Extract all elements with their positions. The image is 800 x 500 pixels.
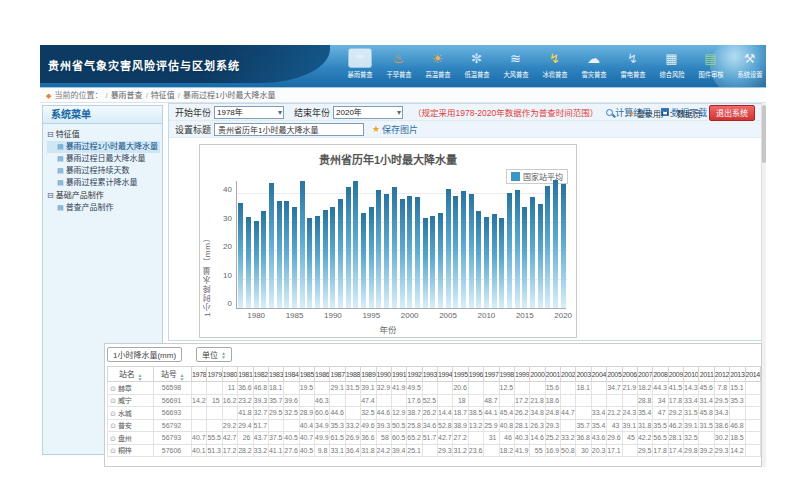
toolbar-item-drought[interactable]: ♨干旱普查 (379, 48, 418, 86)
column-header-year: 1991 (391, 367, 406, 382)
value-cell: 26.9 (345, 432, 360, 445)
chart-title-input[interactable] (214, 123, 364, 136)
end-year-select[interactable]: 2020年 (333, 106, 403, 119)
toolbar-item-lightning[interactable]: ↯雷电普查 (613, 48, 652, 86)
value-cell (207, 419, 222, 432)
value-cell: 40.3 (514, 432, 529, 445)
folder-icon: ⊟ (47, 130, 54, 139)
column-header-year: 1995 (453, 367, 468, 382)
breadcrumb-item[interactable]: 暴雨普查 (111, 91, 143, 100)
value-cell: 17.8 (653, 444, 668, 457)
breadcrumb-item[interactable]: 暴雨过程1小时最大降水量 (183, 91, 275, 100)
radio-icon[interactable]: ⊙ (110, 422, 116, 429)
value-cell: 9.8 (315, 444, 330, 457)
value-cell: 37.5 (268, 432, 283, 445)
x-axis-label: 年份 (200, 323, 576, 335)
radio-icon[interactable]: ⊙ (110, 410, 116, 417)
tree-item[interactable]: ▤暴雨过程1小时最大降水量 (47, 141, 160, 153)
scrollbar-thumb[interactable] (762, 105, 766, 163)
toolbar-item-composite-risk[interactable]: ▦综合风险 (652, 48, 691, 86)
value-cell: 15 (207, 394, 222, 407)
tree-item[interactable]: ▤暴雨过程累计降水量 (47, 177, 160, 189)
value-cell: 41.8 (238, 407, 253, 420)
user-bar: ✦ 登录用户：数据员 退出系统 (628, 106, 755, 120)
tree-group-基础产品制作[interactable]: ⊟基础产品制作 (47, 189, 160, 202)
tree-item[interactable]: ▤普查产品制作 (47, 202, 160, 214)
bar-1997 (384, 194, 389, 308)
value-cell: 58 (376, 432, 391, 445)
value-cell: 34.6 (422, 419, 437, 432)
value-cell: 34.7 (607, 382, 622, 395)
value-cell: 39.4 (391, 444, 406, 457)
toolbar-item-label: 暴雨普查 (347, 70, 372, 79)
y-tick-label: 10 (223, 271, 232, 280)
value-cell (561, 419, 576, 432)
radio-icon[interactable]: ⊙ (110, 385, 116, 392)
start-year-select[interactable]: 1978年 (214, 106, 284, 119)
toolbar-item-snow-disaster[interactable]: ☁雪灾普查 (574, 48, 613, 86)
toolbar-item-rainstorm[interactable]: ☂暴雨普查 (340, 48, 379, 86)
value-cell: 29.5 (637, 444, 652, 457)
tree-item[interactable]: ▤暴雨过程持续天数 (47, 165, 160, 177)
value-cell: 18 (453, 394, 468, 407)
value-cell: 25.8 (407, 419, 422, 432)
table-row: ⊙威宁5669114.21516.223.239.335.739.646.347… (108, 394, 761, 407)
toolbar-item-map-review[interactable]: ▤图件审核 (691, 48, 730, 86)
station-name-cell: ⊙赫章 (108, 382, 154, 395)
logout-button[interactable]: 退出系统 (709, 105, 755, 121)
save-image-button[interactable]: ★保存图片 (372, 123, 418, 136)
value-cell: 18.1 (268, 382, 283, 395)
chart-title: 贵州省历年1小时最大降水量 (200, 151, 576, 167)
radio-icon[interactable]: ⊙ (110, 397, 116, 404)
table-row: ⊙水城5669341.832.729.532.528.960.644.632.5… (108, 407, 761, 420)
column-header-station-id[interactable]: 站号▲▼ (154, 367, 192, 382)
column-header-year: 2011 (699, 367, 714, 382)
value-cell: 41.9 (514, 444, 529, 457)
value-cell (591, 382, 606, 395)
column-header-year: 1996 (468, 367, 483, 382)
value-cell (284, 419, 299, 432)
radio-icon[interactable]: ⊙ (110, 435, 116, 442)
radio-icon[interactable]: ⊙ (110, 447, 116, 454)
toolbar-item-gale[interactable]: ≋大风普查 (496, 48, 535, 86)
sidebar-title: 系统菜单 (43, 106, 162, 124)
value-cell: 17.2 (514, 394, 529, 407)
toolbar-item-system-settings[interactable]: ⚒系统设置 (730, 48, 766, 86)
value-cell: 24.2 (376, 444, 391, 457)
sort-arrows-icon[interactable]: ▲▼ (137, 373, 142, 381)
bar-2008 (469, 194, 474, 308)
value-cell: 20.6 (453, 382, 468, 395)
value-cell: 14.3 (684, 382, 699, 395)
toolbar-item-low-temperature[interactable]: ✼低温普查 (457, 48, 496, 86)
value-cell: 13.2 (468, 419, 483, 432)
value-cell: 25.2 (545, 432, 560, 445)
value-cell: 40.8 (499, 419, 514, 432)
y-axis-label: 1小时降水量（mm） (202, 233, 213, 317)
value-cell: 65.2 (407, 432, 422, 445)
value-cell: 17.6 (407, 394, 422, 407)
value-cell: 61.5 (330, 432, 345, 445)
value-cell: 44.3 (653, 382, 668, 395)
bar-2003 (430, 216, 435, 308)
value-cell: 42.2 (637, 432, 652, 445)
value-cell: 17.2 (222, 444, 237, 457)
chart-card: 贵州省历年1小时最大降水量 国家站平均 1小时降水量（mm） 010203040… (199, 144, 577, 338)
column-header-year: 1998 (499, 367, 514, 382)
gale-icon: ≋ (504, 48, 528, 68)
bar-1980 (254, 221, 259, 308)
column-header-year: 2000 (530, 367, 545, 382)
value-cell: 32.5 (361, 407, 376, 420)
sort-arrows-icon[interactable]: ▲▼ (179, 373, 184, 381)
breadcrumb-item[interactable]: 特征值 (151, 91, 175, 100)
toolbar-item-hail[interactable]: ↯冰雹普查 (535, 48, 574, 86)
tree-group-特征值[interactable]: ⊟特征值 (47, 128, 160, 141)
value-cell: 28.1 (514, 419, 529, 432)
tree-item[interactable]: ▤暴雨过程日最大降水量 (47, 153, 160, 165)
unit-filter[interactable]: 单位▲▼ (196, 347, 232, 362)
value-cell (438, 394, 453, 407)
column-header-station-name[interactable]: 站名▲▼ (108, 367, 154, 382)
column-header-year: 1990 (376, 367, 391, 382)
value-type-filter[interactable]: 1小时降水量(mm) (107, 347, 182, 362)
value-cell: 28.1 (668, 432, 683, 445)
toolbar-item-high-temperature[interactable]: ☀高温普查 (418, 48, 457, 86)
